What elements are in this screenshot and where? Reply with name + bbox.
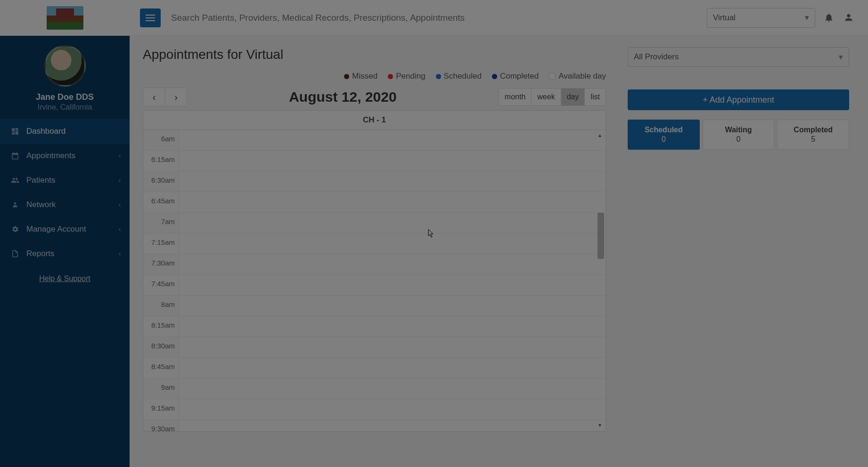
logo[interactable] [0,0,130,36]
time-slot[interactable] [179,358,606,378]
view-day[interactable]: day [561,88,585,106]
time-label: 6am [143,130,179,150]
status-tab-scheduled[interactable]: Scheduled 0 [628,120,700,150]
calendar-row[interactable]: 7:30am [143,254,606,275]
time-slot[interactable] [179,234,606,254]
calendar-row[interactable]: 8:30am [143,337,606,358]
time-label: 8:15am [143,316,179,337]
nav-item-dashboard[interactable]: Dashboard [0,119,130,144]
calendar-row[interactable]: 7:45am [143,275,606,296]
add-appointment-button[interactable]: + Add Appointment [628,89,849,110]
main: Virtual ▾ Appointments for Virtual Misse… [130,0,868,467]
time-slot[interactable] [179,378,606,399]
legend: Missed Pending Scheduled Completed Avail… [143,72,606,81]
time-slot[interactable] [179,192,606,212]
content: Appointments for Virtual Missed Pending … [130,36,868,467]
calendar-rows[interactable]: 6am6:15am6:30am6:45am7am7:15am7:30am7:45… [143,130,606,431]
patients-icon [10,176,20,185]
calendar-row[interactable]: 9:30am [143,420,606,431]
time-label: 9:30am [143,420,179,431]
chevron-left-icon: ‹ [118,176,121,185]
status-tab-waiting[interactable]: Waiting 0 [703,120,775,150]
help-block: Help & Support [0,266,130,291]
bell-icon[interactable] [824,12,835,24]
time-label: 9am [143,378,179,399]
time-slot[interactable] [179,130,606,150]
location-select[interactable]: Virtual ▾ [707,8,815,28]
time-label: 8:30am [143,337,179,357]
time-slot[interactable] [179,337,606,357]
time-slot[interactable] [179,420,606,431]
next-button[interactable]: › [165,88,187,106]
scrollbar-thumb[interactable] [598,213,604,259]
time-label: 8am [143,296,179,316]
provider-selected-value: All Providers [634,52,679,62]
time-slot[interactable] [179,213,606,233]
time-slot[interactable] [179,316,606,337]
calendar-row[interactable]: 6:45am [143,192,606,213]
calendar-row[interactable]: 7am [143,213,606,234]
prev-button[interactable]: ‹ [143,88,165,106]
time-label: 9:15am [143,399,179,419]
nav-item-reports[interactable]: Reports ‹ [0,242,130,266]
nav-item-manage-account[interactable]: Manage Account ‹ [0,217,130,242]
calendar-row[interactable]: 8am [143,296,606,316]
chevron-left-icon: ‹ [118,225,121,234]
caret-down-icon: ▾ [839,52,843,62]
dot-icon [436,74,441,79]
view-switcher: month week day list [499,88,606,106]
nav-label: Network [26,200,56,209]
nav-item-appointments[interactable]: Appointments ‹ [0,144,130,168]
hamburger-button[interactable] [140,8,161,27]
legend-missed: Missed [344,72,377,81]
calendar-row[interactable]: 6:30am [143,171,606,192]
profile-name: Jane Doe DDS [5,92,125,102]
dot-icon [492,74,497,79]
calendar-row[interactable]: 8:15am [143,316,606,337]
time-slot[interactable] [179,399,606,419]
calendar-row[interactable]: 7:15am [143,234,606,254]
legend-scheduled: Scheduled [436,72,482,81]
avatar[interactable] [44,45,86,87]
calendar-row[interactable]: 9am [143,378,606,399]
nav-item-patients[interactable]: Patients ‹ [0,168,130,193]
view-month[interactable]: month [499,88,532,106]
calendar-row[interactable]: 9:15am [143,399,606,420]
dashboard-icon [10,127,20,136]
dot-icon [388,74,393,79]
square-icon [549,73,556,80]
chevron-left-icon: ‹ [118,200,121,209]
app-root: Jane Doe DDS Irvine, California Dashboar… [0,0,868,467]
nav-item-network[interactable]: Network ‹ [0,193,130,217]
time-slot[interactable] [179,151,606,171]
calendar-row[interactable]: 8:45am [143,358,606,378]
view-week[interactable]: week [532,88,561,106]
user-icon[interactable] [843,12,855,24]
search-input[interactable] [169,9,698,27]
topbar: Virtual ▾ [130,0,868,36]
time-slot[interactable] [179,275,606,295]
calendar-nav: ‹ › [143,88,187,106]
reports-icon [10,249,20,258]
gear-icon [10,225,20,234]
time-label: 8:45am [143,358,179,378]
chevron-left-icon: ‹ [118,249,121,258]
provider-select[interactable]: All Providers ▾ [628,47,849,67]
scroll-up-icon[interactable]: ▴ [596,132,604,139]
calendar-row[interactable]: 6:15am [143,151,606,171]
dot-icon [344,74,349,79]
time-slot[interactable] [179,171,606,192]
caret-down-icon: ▾ [805,13,809,23]
nav-label: Manage Account [26,225,86,234]
calendar-row[interactable]: 6am [143,130,606,151]
time-label: 7:45am [143,275,179,295]
status-tab-completed[interactable]: Completed 5 [777,120,849,150]
scroll-down-icon[interactable]: ▾ [596,422,604,429]
legend-completed: Completed [492,72,539,81]
time-slot[interactable] [179,296,606,316]
logo-image [47,6,83,30]
help-support-link[interactable]: Help & Support [39,274,90,282]
nav-list: Dashboard Appointments ‹ Patients ‹ [0,119,130,266]
view-list[interactable]: list [585,88,606,106]
time-slot[interactable] [179,254,606,274]
